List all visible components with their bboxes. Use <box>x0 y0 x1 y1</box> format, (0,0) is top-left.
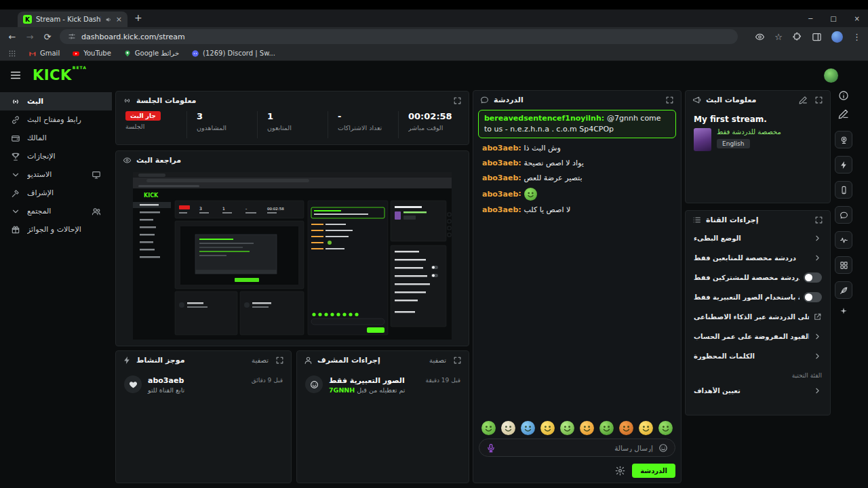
tools-strip <box>832 90 855 317</box>
sparkle-icon[interactable] <box>838 306 849 317</box>
channel-action-followers-only[interactable]: دردشة مخصصة للمتابعين فقط <box>686 248 830 268</box>
expand-icon[interactable] <box>453 356 462 365</box>
category-link[interactable]: مخصصة للدردشة فقط <box>717 128 781 136</box>
tab-close-icon[interactable]: × <box>116 16 122 23</box>
info-icon[interactable] <box>838 90 849 101</box>
channel-action-subscribers-only[interactable]: الدردشة مخصصة للمشتركين فقط <box>686 268 830 287</box>
side-panel-icon[interactable] <box>812 32 822 42</box>
chat-send-button[interactable]: الدردشة <box>632 464 675 478</box>
expand-icon[interactable] <box>275 356 284 365</box>
sidebar-item-community[interactable]: المجتمع <box>0 202 112 220</box>
chat-settings-gear-icon[interactable] <box>615 466 625 476</box>
chat-panel: الدردشة bereavedsentencef1noyilnh@7gnnh … <box>473 90 682 483</box>
sidebar-item-studio[interactable]: الاستديو <box>0 165 112 184</box>
toggle-knob <box>805 274 812 281</box>
chat-username[interactable]: abo3aeb <box>482 174 524 182</box>
bookmark-gmail[interactable]: Gmail <box>28 49 60 58</box>
expand-icon[interactable] <box>453 96 462 105</box>
activity-item[interactable]: abo3aeb تابع القناة للتو قبل 9 دقائق <box>116 369 291 401</box>
quick-emote-frog[interactable] <box>481 421 496 435</box>
kick-logo[interactable]: KICKBETA <box>33 67 72 83</box>
boost-button[interactable] <box>835 156 852 174</box>
stream-preview-header: مراجعة البث <box>116 151 469 169</box>
bookmark-youtube[interactable]: YouTube <box>72 49 111 58</box>
chat-username[interactable]: abo3aeb <box>482 159 524 167</box>
user-avatar[interactable] <box>824 68 838 83</box>
chat-message[interactable]: abo3aebيواد لا اصص نصيحة <box>478 156 676 171</box>
mobile-button[interactable] <box>835 181 852 199</box>
sidebar-item-referrals[interactable]: الإحالات و الجوائز <box>0 220 112 239</box>
password-manager-icon[interactable] <box>755 32 765 42</box>
toggle-switch-off[interactable] <box>804 272 822 283</box>
browser-tab[interactable]: K Stream - Kick Dashboard × <box>18 12 127 27</box>
filter-button[interactable]: تصفية <box>252 357 269 364</box>
quick-emote-smile[interactable] <box>599 421 614 435</box>
new-tab-button[interactable]: + <box>134 12 142 23</box>
apps-grid-icon[interactable] <box>8 49 16 58</box>
quick-emote-grin[interactable] <box>540 421 555 435</box>
editor-button[interactable] <box>835 281 852 299</box>
sidebar-item-stream-key[interactable]: رابط ومفتاح البث <box>0 110 112 129</box>
widgets-button[interactable] <box>835 256 852 274</box>
sidebar-item-achievements[interactable]: الإنجازات <box>0 147 112 165</box>
quick-emote-cool[interactable] <box>580 421 594 435</box>
close-icon[interactable]: × <box>854 15 860 22</box>
category-thumbnail[interactable] <box>694 128 711 151</box>
channel-action-account-age[interactable]: القيود المفروضة على عمر الحساب <box>686 327 830 346</box>
webcam-button[interactable] <box>835 131 852 148</box>
extensions-icon[interactable] <box>792 32 802 42</box>
browser-profile-avatar[interactable] <box>831 31 843 43</box>
filter-button[interactable]: تصفية <box>429 357 446 364</box>
edit-icon[interactable] <box>838 108 849 119</box>
mod-action-item[interactable]: الصور التعبيرية فقط تم تعطيله من قبل 7GN… <box>297 369 469 401</box>
chat-message[interactable]: abo3aeb <box>478 186 676 203</box>
chat-message-input[interactable] <box>479 439 675 456</box>
maximize-icon[interactable]: □ <box>830 15 836 22</box>
chat-message[interactable]: abo3aebبتصير عرضة للعص <box>478 171 676 186</box>
chat-message[interactable]: abo3aebوش البث ذا <box>478 141 676 156</box>
activity-button[interactable] <box>835 231 852 249</box>
minimize-icon[interactable]: ─ <box>808 15 812 22</box>
stat-value: 3 <box>197 111 248 122</box>
expand-icon[interactable] <box>814 216 823 224</box>
channel-action-ai-moderation[interactable]: الإشراف على الدردشة عبر الذكاء الاصطناعي <box>686 307 830 327</box>
bookmark-discord[interactable]: (1269) Discord | Sw... <box>191 49 275 58</box>
channel-action-set-goals[interactable]: تعيين الأهداف <box>686 381 830 401</box>
chat-username[interactable]: bereavedsentencef1noyilnh <box>484 114 607 123</box>
sidebar-item-moderation[interactable]: الإشراف <box>0 184 112 202</box>
chat-message[interactable]: abo3aebلا اصص يا كلب <box>478 203 676 218</box>
chat-username[interactable]: abo3aeb <box>482 144 524 152</box>
quick-emote-pumpkin[interactable] <box>619 421 633 435</box>
channel-action-banned-words[interactable]: الكلمات المحظورة <box>686 346 830 366</box>
address-bar[interactable]: dashboard.kick.com/stream <box>60 29 738 44</box>
chat-username[interactable]: abo3aeb <box>482 205 524 214</box>
expand-icon[interactable] <box>665 96 674 104</box>
toggle-switch-off[interactable] <box>804 292 822 302</box>
forward-icon[interactable]: → <box>24 33 35 41</box>
chat-username[interactable]: abo3aeb <box>482 189 524 198</box>
quick-emote-scroll[interactable] <box>501 421 515 435</box>
bookmark-star-icon[interactable]: ☆ <box>774 33 783 41</box>
bookmark-google-maps[interactable]: Google خرائط <box>123 49 179 58</box>
tab-audio-icon[interactable] <box>105 16 112 23</box>
browser-menu-icon[interactable]: ⋮ <box>852 33 861 41</box>
quick-emote-globe[interactable] <box>521 421 535 435</box>
hamburger-menu-icon[interactable] <box>9 69 22 81</box>
edit-stream-info-icon[interactable] <box>799 96 808 104</box>
channel-action-slow-mode[interactable]: الوضع البطيء <box>686 228 830 248</box>
site-settings-icon[interactable] <box>68 33 76 41</box>
expand-icon[interactable] <box>814 96 823 104</box>
chat-message-highlighted[interactable]: bereavedsentencef1noyilnh@7gnnh come to … <box>478 110 676 138</box>
chat-popout-button[interactable] <box>835 206 852 224</box>
emoji-picker-icon[interactable] <box>658 443 668 453</box>
quick-emote-ball[interactable] <box>560 421 574 435</box>
reload-icon[interactable]: ⟳ <box>42 33 53 41</box>
quick-emote-wink[interactable] <box>658 421 673 435</box>
chevron-right-icon <box>813 352 822 361</box>
back-icon[interactable]: ← <box>7 33 18 41</box>
sidebar-item-wallet[interactable]: المالك <box>0 129 112 147</box>
channel-action-emotes-only[interactable]: الدردشة باستخدام الصور التعبيرية فقط <box>686 287 830 307</box>
quick-emote-laugh[interactable] <box>639 421 653 435</box>
stream-preview-video[interactable]: KICK 3 1 - 00:02:58 <box>133 172 452 340</box>
sidebar-item-stream[interactable]: البث <box>0 92 112 110</box>
